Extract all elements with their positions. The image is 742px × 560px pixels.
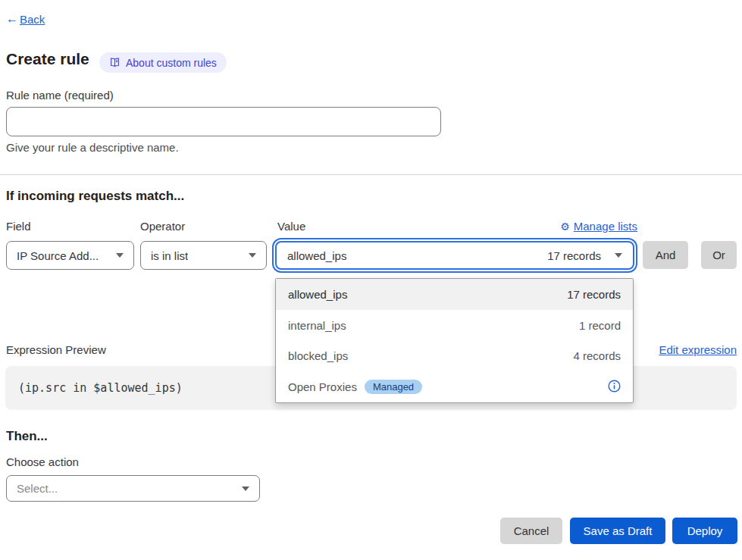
back-label: Back (20, 13, 45, 26)
operator-select[interactable]: is in list (140, 241, 267, 270)
arrow-left-icon: ← (6, 12, 18, 26)
value-select[interactable]: allowed_ips 17 records (275, 241, 634, 270)
field-select-value: IP Source Add... (17, 249, 99, 262)
rule-name-input[interactable] (6, 107, 441, 136)
list-option-internal-ips[interactable]: internal_ips 1 record (276, 310, 633, 341)
list-name: internal_ips (288, 319, 346, 332)
record-count: 1 record (579, 319, 621, 332)
field-column-label: Field (6, 220, 31, 233)
about-custom-rules-badge[interactable]: About custom rules (99, 52, 227, 73)
list-option-blocked-ips[interactable]: blocked_ips 4 records (276, 341, 633, 372)
chevron-down-icon (116, 253, 124, 258)
back-link[interactable]: ← Back (6, 12, 45, 26)
chevron-down-icon (242, 486, 249, 491)
rule-name-label: Rule name (required) (6, 89, 114, 102)
deploy-button[interactable]: Deploy (672, 518, 737, 544)
field-select[interactable]: IP Source Add... (6, 241, 134, 270)
managed-badge: Managed (365, 380, 422, 394)
operator-column-label: Operator (140, 220, 185, 233)
action-select[interactable]: Select... (6, 475, 260, 502)
list-option-allowed-ips[interactable]: allowed_ips 17 records (276, 279, 633, 310)
value-select-name: allowed_ips (287, 249, 547, 262)
expression-preview-label: Expression Preview (6, 343, 106, 356)
record-count: 4 records (573, 349, 621, 362)
list-name: Open Proxies (288, 380, 357, 393)
section-divider (0, 174, 742, 175)
and-button[interactable]: And (643, 241, 688, 269)
edit-expression-link[interactable]: Edit expression (659, 343, 737, 356)
list-dropdown: allowed_ips 17 records internal_ips 1 re… (275, 278, 634, 403)
gear-icon: ⚙ (560, 221, 570, 233)
list-name: blocked_ips (288, 349, 348, 362)
record-count: 17 records (567, 288, 621, 301)
cancel-button[interactable]: Cancel (500, 518, 562, 544)
info-icon[interactable] (608, 380, 621, 395)
rule-name-helper: Give your rule a descriptive name. (6, 141, 179, 154)
operator-select-value: is in list (151, 249, 188, 262)
about-badge-label: About custom rules (126, 57, 217, 69)
book-icon (109, 57, 121, 68)
list-name: allowed_ips (288, 288, 347, 301)
choose-action-label: Choose action (6, 455, 79, 468)
save-as-draft-button[interactable]: Save as Draft (570, 518, 665, 544)
manage-lists-link[interactable]: ⚙ Manage lists (560, 220, 637, 233)
action-select-placeholder: Select... (17, 482, 58, 495)
expression-code: (ip.src in $allowed_ips) (18, 381, 183, 395)
page-title: Create rule (6, 50, 89, 68)
list-option-open-proxies[interactable]: Open Proxies Managed (276, 371, 633, 402)
chevron-down-icon (615, 253, 622, 258)
or-button[interactable]: Or (701, 241, 737, 269)
manage-lists-label: Manage lists (574, 220, 637, 233)
value-column-label: Value (277, 220, 305, 233)
match-section-heading: If incoming requests match... (6, 189, 184, 204)
value-select-count: 17 records (547, 249, 601, 262)
then-section-heading: Then... (6, 429, 48, 444)
chevron-down-icon (249, 253, 256, 258)
create-rule-page: ← Back Create rule About custom rules Ru… (0, 0, 742, 560)
